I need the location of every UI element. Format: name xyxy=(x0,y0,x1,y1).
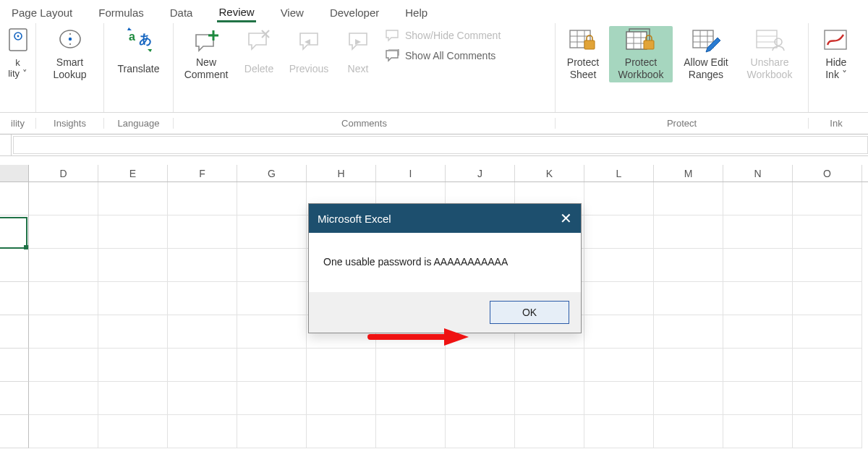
grid-cell[interactable] xyxy=(723,315,793,349)
grid-cell[interactable] xyxy=(29,349,98,382)
grid-cell[interactable] xyxy=(584,415,654,448)
col-F[interactable]: F xyxy=(168,165,237,181)
grid-cell[interactable] xyxy=(654,215,723,249)
grid-cell[interactable] xyxy=(307,382,376,415)
col-K[interactable]: K xyxy=(515,165,584,181)
smart-lookup-button[interactable]: SmartLookup xyxy=(41,26,99,82)
tab-review[interactable]: Review xyxy=(217,1,255,22)
grid-cell[interactable] xyxy=(168,249,237,282)
grid-cell[interactable] xyxy=(98,249,168,282)
grid-cell[interactable] xyxy=(446,382,515,415)
grid-cell[interactable] xyxy=(793,382,862,415)
allow-edit-ranges-button[interactable]: Allow Edit Ranges xyxy=(676,26,736,82)
grid-cell[interactable] xyxy=(168,315,237,349)
grid-cell[interactable] xyxy=(376,349,446,382)
col-H[interactable]: H xyxy=(307,165,376,181)
grid-cell[interactable] xyxy=(723,349,793,382)
grid-cell[interactable] xyxy=(29,282,98,315)
grid-cell[interactable] xyxy=(237,349,307,382)
grid-cell[interactable] xyxy=(654,415,723,448)
tab-data[interactable]: Data xyxy=(169,2,195,21)
grid-cell[interactable] xyxy=(793,282,862,315)
tab-developer[interactable]: Developer xyxy=(328,2,380,21)
grid-cell[interactable] xyxy=(723,382,793,415)
col-O[interactable]: O xyxy=(793,165,862,181)
grid-cell[interactable] xyxy=(584,249,654,282)
name-box[interactable] xyxy=(0,134,12,155)
protect-sheet-button[interactable]: Protect Sheet xyxy=(560,26,606,82)
next-comment-button[interactable]: Next xyxy=(337,26,379,82)
grid-cell[interactable] xyxy=(168,349,237,382)
grid-cell[interactable] xyxy=(237,315,307,349)
grid-cell[interactable] xyxy=(446,415,515,448)
grid-cell[interactable] xyxy=(237,215,307,249)
grid-cell[interactable] xyxy=(654,315,723,349)
col-D[interactable]: D xyxy=(29,165,98,181)
grid-cell[interactable] xyxy=(98,282,168,315)
grid-cell[interactable] xyxy=(29,215,98,249)
grid-cell[interactable] xyxy=(98,215,168,249)
grid-cell[interactable] xyxy=(584,382,654,415)
grid-cell[interactable] xyxy=(515,349,584,382)
grid-cell[interactable] xyxy=(168,382,237,415)
tab-formulas[interactable]: Formulas xyxy=(97,2,145,21)
grid-cell[interactable] xyxy=(584,282,654,315)
col-M[interactable]: M xyxy=(654,165,723,181)
grid-cell[interactable] xyxy=(515,382,584,415)
col-L[interactable]: L xyxy=(584,165,654,181)
grid-cell[interactable] xyxy=(98,315,168,349)
show-all-comments-button[interactable]: Show All Comments xyxy=(382,48,503,64)
grid-cell[interactable] xyxy=(376,415,446,448)
grid-cell[interactable] xyxy=(723,182,793,215)
grid-cell[interactable] xyxy=(29,249,98,282)
grid-cell[interactable] xyxy=(98,415,168,448)
grid-cell[interactable] xyxy=(723,249,793,282)
grid-cell[interactable] xyxy=(237,382,307,415)
grid-cell[interactable] xyxy=(793,349,862,382)
grid-cell[interactable] xyxy=(793,315,862,349)
grid-cell[interactable] xyxy=(29,382,98,415)
hide-ink-button[interactable]: Hide Ink ˅ xyxy=(813,26,859,82)
grid-cell[interactable] xyxy=(654,182,723,215)
grid-cell[interactable] xyxy=(29,315,98,349)
grid-cell[interactable] xyxy=(584,182,654,215)
check-accessibility-button[interactable]: klity ˅ xyxy=(4,26,31,82)
grid-cell[interactable] xyxy=(29,182,98,215)
col-E[interactable]: E xyxy=(98,165,168,181)
grid-cell[interactable] xyxy=(307,349,376,382)
col-J[interactable]: J xyxy=(446,165,515,181)
delete-comment-button[interactable]: Delete xyxy=(237,26,281,82)
grid-cell[interactable] xyxy=(723,415,793,448)
grid-cell[interactable] xyxy=(654,282,723,315)
grid-cell[interactable] xyxy=(98,182,168,215)
grid-cell[interactable] xyxy=(237,282,307,315)
grid-cell[interactable] xyxy=(446,349,515,382)
grid-cell[interactable] xyxy=(654,349,723,382)
grid-cell[interactable] xyxy=(307,415,376,448)
dialog-ok-button[interactable]: OK xyxy=(490,301,569,324)
grid-cell[interactable] xyxy=(237,249,307,282)
grid-cell[interactable] xyxy=(793,215,862,249)
col-G[interactable]: G xyxy=(237,165,307,181)
grid-cell[interactable] xyxy=(793,182,862,215)
grid-cell[interactable] xyxy=(376,382,446,415)
dialog-close-button[interactable]: ✕ xyxy=(560,210,572,227)
selected-cell[interactable] xyxy=(0,217,27,249)
grid-cell[interactable] xyxy=(168,415,237,448)
previous-comment-button[interactable]: Previous xyxy=(284,26,334,82)
tab-help[interactable]: Help xyxy=(404,2,429,21)
tab-page-layout[interactable]: Page Layout xyxy=(10,2,74,21)
grid-cell[interactable] xyxy=(237,182,307,215)
tab-view[interactable]: View xyxy=(279,2,305,21)
grid-cell[interactable] xyxy=(584,349,654,382)
grid-cell[interactable] xyxy=(98,349,168,382)
col-N[interactable]: N xyxy=(723,165,793,181)
col-I[interactable]: I xyxy=(376,165,446,181)
grid-cell[interactable] xyxy=(584,215,654,249)
new-comment-button[interactable]: New Comment xyxy=(178,26,234,82)
grid-cell[interactable] xyxy=(29,415,98,448)
formula-input[interactable] xyxy=(13,136,868,154)
grid-cell[interactable] xyxy=(723,282,793,315)
grid-cell[interactable] xyxy=(654,249,723,282)
grid-cell[interactable] xyxy=(793,249,862,282)
